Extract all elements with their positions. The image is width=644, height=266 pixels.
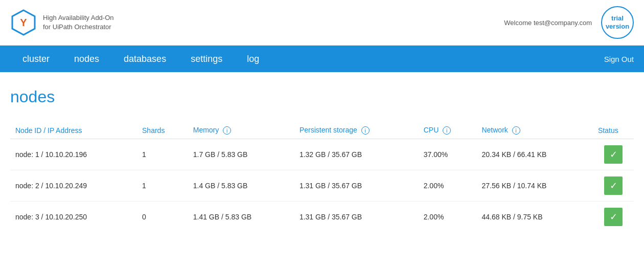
header: Y High Availability Add-On for UiPath Or… [0, 0, 644, 46]
trial-line2: version [606, 23, 629, 31]
cell-cpu: 37.00% [419, 139, 477, 170]
cell-persistent-storage: 1.31 GB / 35.67 GB [294, 202, 419, 233]
cell-network: 20.34 KB / 66.41 KB [476, 139, 593, 170]
page-title: nodes [10, 87, 634, 106]
trial-line1: trial [611, 14, 624, 23]
status-check-icon: ✓ [604, 176, 623, 195]
cell-status: ✓ [593, 202, 634, 233]
nodes-table: Node ID / IP Address Shards Memory i Per… [10, 122, 634, 232]
nav-item-cluster[interactable]: cluster [10, 47, 62, 72]
welcome-text: Welcome test@company.com [504, 19, 592, 27]
status-check-icon: ✓ [604, 208, 623, 226]
memory-info-icon[interactable]: i [223, 126, 231, 135]
col-header-cpu: CPU i [419, 122, 477, 139]
network-info-icon[interactable]: i [512, 126, 520, 135]
table-row: node: 3 / 10.10.20.25001.41 GB / 5.83 GB… [10, 202, 634, 233]
nav-links: cluster nodes databases settings log [10, 47, 271, 72]
cell-network: 44.68 KB / 9.75 KB [476, 202, 593, 233]
col-header-memory: Memory i [188, 122, 294, 139]
nav-item-log[interactable]: log [235, 47, 271, 72]
nav-item-settings[interactable]: settings [178, 47, 235, 72]
cell-node-id: node: 3 / 10.10.20.250 [10, 202, 137, 233]
nav-item-databases[interactable]: databases [111, 47, 178, 72]
cell-memory: 1.7 GB / 5.83 GB [188, 139, 294, 170]
cell-memory: 1.41 GB / 5.83 GB [188, 202, 294, 233]
cell-node-id: node: 2 / 10.10.20.249 [10, 170, 137, 202]
cell-shards: 1 [137, 170, 188, 202]
cell-persistent-storage: 1.32 GB / 35.67 GB [294, 139, 419, 170]
nav-item-nodes[interactable]: nodes [62, 47, 111, 72]
cell-cpu: 2.00% [419, 170, 477, 202]
header-subtitle: High Availability Add-On for UiPath Orch… [43, 13, 114, 32]
cell-status: ✓ [593, 170, 634, 202]
cpu-info-icon[interactable]: i [443, 126, 451, 135]
cell-shards: 1 [137, 139, 188, 170]
table-row: node: 1 / 10.10.20.19611.7 GB / 5.83 GB1… [10, 139, 634, 170]
cell-node-id: node: 1 / 10.10.20.196 [10, 139, 137, 170]
header-right: Welcome test@company.com trial version [504, 6, 634, 39]
cell-status: ✓ [593, 139, 634, 170]
cell-network: 27.56 KB / 10.74 KB [476, 170, 593, 202]
svg-text:Y: Y [20, 17, 27, 28]
col-header-status: Status [593, 122, 634, 139]
col-header-shards: Shards [137, 122, 188, 139]
col-header-node-id: Node ID / IP Address [10, 122, 137, 139]
main-content: nodes Node ID / IP Address Shards Memory… [0, 72, 644, 242]
cell-memory: 1.4 GB / 5.83 GB [188, 170, 294, 202]
table-row: node: 2 / 10.10.20.24911.4 GB / 5.83 GB1… [10, 170, 634, 202]
persistent-storage-info-icon[interactable]: i [361, 126, 370, 135]
subtitle-line2: for UiPath Orchestrator [43, 23, 114, 32]
header-left: Y High Availability Add-On for UiPath Or… [10, 9, 114, 36]
cell-cpu: 2.00% [419, 202, 477, 233]
table-body: node: 1 / 10.10.20.19611.7 GB / 5.83 GB1… [10, 139, 634, 233]
cell-persistent-storage: 1.31 GB / 35.67 GB [294, 170, 419, 202]
signout-button[interactable]: Sign Out [604, 55, 634, 63]
table-header: Node ID / IP Address Shards Memory i Per… [10, 122, 634, 139]
col-header-persistent-storage: Persistent storage i [294, 122, 419, 139]
logo-icon: Y [10, 9, 37, 36]
subtitle-line1: High Availability Add-On [43, 13, 114, 23]
cell-shards: 0 [137, 202, 188, 233]
navbar: cluster nodes databases settings log Sig… [0, 46, 644, 72]
trial-badge: trial version [601, 6, 634, 39]
status-check-icon: ✓ [604, 145, 623, 164]
col-header-network: Network i [476, 122, 593, 139]
